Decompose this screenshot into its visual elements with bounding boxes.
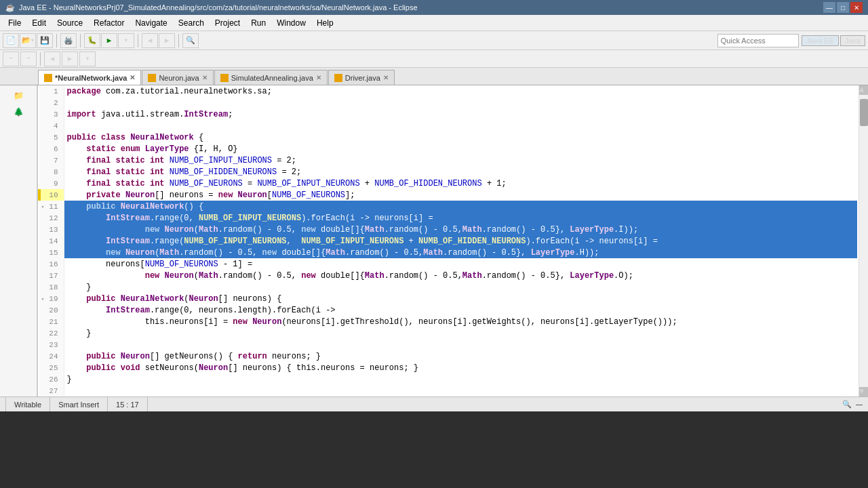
code-line[interactable]: new Neuron(Math.random() - 0.5, new doub… (64, 270, 857, 281)
title-left: ☕ Java EE - NeuralNetworksPrj07_Simulate… (5, 3, 418, 12)
code-line[interactable]: neurons[NUMB_OF_NEURONS - 1] = (64, 258, 857, 270)
menu-refactor[interactable]: Refactor (88, 17, 130, 29)
package-explorer-icon[interactable]: 📁 (11, 88, 26, 103)
code-line[interactable]: this.neurons[i] = new Neuron(neurons[i].… (64, 316, 857, 327)
print-button[interactable]: 🖨️ (60, 33, 77, 48)
table-row: 16 neurons[NUMB_OF_NEURONS - 1] = (39, 258, 857, 270)
collapse-button[interactable]: ⬅ (3, 52, 19, 66)
title-bar: ☕ Java EE - NeuralNetworksPrj07_Simulate… (0, 0, 868, 15)
code-line[interactable]: static enum LayerType {I, H, O} (64, 143, 857, 155)
code-line[interactable]: } (64, 281, 857, 293)
line-number: 21 (39, 316, 64, 327)
forward-button[interactable]: ▶ (159, 33, 175, 48)
code-line[interactable]: private Neuron[] neurons = new Neuron[NU… (64, 189, 857, 201)
minimize-button[interactable]: — (823, 2, 835, 13)
menu-source[interactable]: Source (52, 17, 88, 29)
code-line[interactable]: public NeuralNetwork(Neuron[] neurons) { (64, 293, 857, 304)
tab-label-neuron: Neuron.java (159, 74, 199, 82)
java-perspective[interactable]: Java (840, 35, 865, 46)
code-line[interactable]: public NeuralNetwork() { (64, 201, 857, 212)
dropdown-arrow-icon[interactable]: ▼ (31, 37, 35, 43)
code-editor[interactable]: 1package com.za.tutorial.neuralnetworks.… (38, 85, 859, 396)
menu-help[interactable]: Help (311, 17, 339, 29)
open-button[interactable]: 📂▼ (20, 33, 36, 48)
search-icon[interactable]: 🔍 (182, 33, 199, 48)
code-line[interactable] (64, 97, 857, 108)
table-row: ▾ 11 public NeuralNetwork() { (39, 201, 857, 212)
line-number: 18 (39, 281, 64, 293)
code-line[interactable]: } (64, 327, 857, 339)
file-tools: 📄 📂▼ 💾 (3, 33, 53, 48)
menu-file[interactable]: File (3, 17, 26, 29)
code-line[interactable]: } (64, 373, 857, 385)
tab-neural-network[interactable]: *NeuralNetwork.java ✕ (38, 70, 141, 85)
back-nav-button[interactable]: ◀ (44, 52, 60, 66)
zoom-icon[interactable]: 🔍 (842, 400, 852, 409)
code-line[interactable]: public class NeuralNetwork { (64, 131, 857, 143)
menu-navigate[interactable]: Navigate (130, 17, 172, 29)
menu-bar: File Edit Source Refactor Navigate Searc… (0, 15, 868, 31)
tab-label-driver: Driver.java (345, 74, 380, 82)
tab-close-neural-network[interactable]: ✕ (130, 74, 135, 81)
line-number: 4 (39, 120, 64, 131)
close-button[interactable]: ✕ (850, 2, 863, 13)
menu-window[interactable]: Window (271, 17, 311, 29)
line-number: 10 (39, 189, 64, 201)
hierarchy-icon[interactable]: 🌲 (11, 104, 26, 119)
line-number: 20 (39, 304, 64, 316)
insert-mode-status: Smart Insert (50, 397, 108, 411)
save-button[interactable]: 💾 (37, 33, 53, 48)
code-line[interactable]: new Neuron(Math.random() - 0.5, new doub… (64, 224, 857, 235)
tab-close-driver[interactable]: ✕ (383, 74, 389, 81)
quick-access-input[interactable] (718, 37, 798, 45)
line-number: 25 (39, 362, 64, 373)
code-line[interactable] (64, 385, 857, 396)
scroll-up-button[interactable]: ▲ (859, 85, 868, 95)
code-line[interactable]: final static int NUMB_OF_INPUT_NEURONS =… (64, 155, 857, 166)
tab-label-simulated-annealing: SimulatedAnnealing.java (231, 74, 313, 82)
back-button[interactable]: ◀ (142, 33, 158, 48)
tab-neuron[interactable]: Neuron.java ✕ (142, 70, 213, 85)
code-line[interactable]: new Neuron(Math.random() - 0.5, new doub… (64, 247, 857, 258)
code-line[interactable] (64, 120, 857, 131)
line-number: 9 (39, 178, 64, 189)
run-button[interactable]: ▶ (101, 33, 117, 48)
file-icon-driver (334, 74, 342, 82)
open-icon: 📂 (22, 36, 31, 45)
code-line[interactable]: IntStream.range(0, neurons.length).forEa… (64, 304, 857, 316)
code-line[interactable]: package com.za.tutorial.neuralnetworks.s… (64, 85, 857, 97)
java-ee-perspective[interactable]: Java EE (802, 35, 839, 46)
menu-search[interactable]: Search (173, 17, 210, 29)
menu-run[interactable]: Run (245, 17, 271, 29)
debug-icon[interactable]: 🐛 (84, 33, 100, 48)
code-line[interactable]: public void setNeurons(Neuron[] neurons)… (64, 362, 857, 373)
code-line[interactable]: public Neuron[] getNeurons() { return ne… (64, 350, 857, 362)
table-row: 18 } (39, 281, 857, 293)
code-line[interactable]: final static int NUMB_OF_NEURONS = NUMB_… (64, 178, 857, 189)
maximize-button[interactable]: □ (837, 2, 849, 13)
run-dropdown-button[interactable]: ▼ (118, 33, 134, 48)
expand-button[interactable]: ➡ (20, 52, 37, 66)
scroll-down-button[interactable]: ▼ (859, 387, 868, 396)
code-line[interactable]: final static int NUMB_OF_HIDDEN_NEURONS … (64, 166, 857, 178)
line-number: 7 (39, 155, 64, 166)
new-button[interactable]: 📄 (3, 33, 19, 48)
code-line[interactable] (64, 339, 857, 350)
code-line[interactable]: IntStream.range(0, NUMB_OF_INPUT_NEURONS… (64, 212, 857, 224)
tab-close-simulated-annealing[interactable]: ✕ (316, 74, 321, 81)
line-number: 26 (39, 373, 64, 385)
forward-nav-button[interactable]: ▶ (62, 52, 78, 66)
window-controls[interactable]: — □ ✕ (823, 2, 863, 13)
right-scrollbar[interactable]: ▲ ▼ (859, 85, 868, 396)
code-line[interactable]: IntStream.range(NUMB_OF_INPUT_NEURONS, N… (64, 235, 857, 247)
quick-access-box[interactable] (717, 34, 799, 47)
code-line[interactable]: import java.util.stream.IntStream; (64, 108, 857, 120)
tab-close-neuron[interactable]: ✕ (202, 74, 208, 81)
menu-edit[interactable]: Edit (26, 17, 52, 29)
menu-project[interactable]: Project (210, 17, 245, 29)
table-row: 6 static enum LayerType {I, H, O} (39, 143, 857, 155)
nav-dropdown-button[interactable]: ▼ (79, 52, 96, 66)
tab-driver[interactable]: Driver.java ✕ (328, 70, 395, 85)
scroll-thumb[interactable] (860, 99, 868, 126)
tab-simulated-annealing[interactable]: SimulatedAnnealing.java ✕ (214, 70, 328, 85)
